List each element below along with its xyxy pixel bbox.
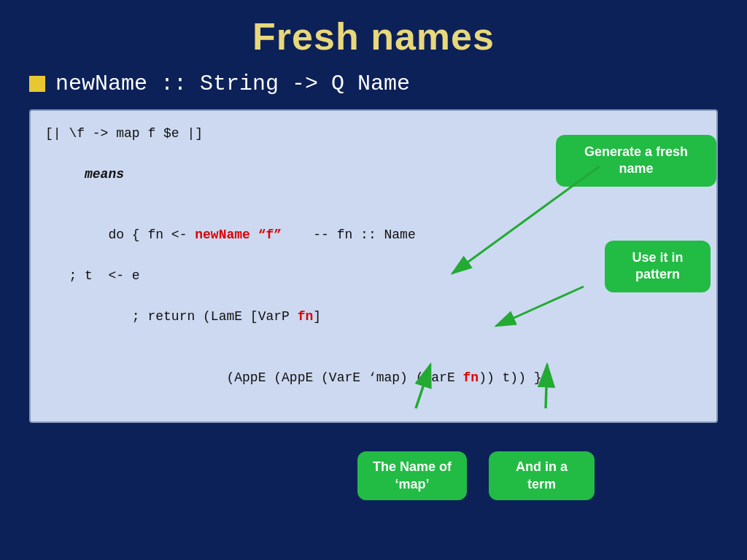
- code-line-5: do { fn <- newName “f” -- fn :: Name: [45, 206, 702, 267]
- code-line-8: (AppE (AppE (VarE ‘map) (VarE fn)) t)) }: [45, 348, 702, 409]
- bullet-icon: [29, 76, 45, 92]
- subtitle-text: newName :: String -> Q Name: [55, 71, 410, 96]
- code-line-6: ; t <- e: [45, 266, 702, 287]
- code-line-blank: [45, 185, 702, 206]
- callout-fresh-name: Generate a fresh name: [556, 135, 716, 187]
- code-line-7: ; return (LamE [VarP fn]: [45, 287, 702, 348]
- slide: Fresh names newName :: String -> Q Name …: [0, 0, 747, 560]
- callout-use-in-pattern: Use it in pattern: [605, 241, 711, 292]
- callout-and-in-a-term: And in a term: [489, 451, 595, 500]
- callout-the-name-of-map: The Name of ‘map’: [357, 451, 467, 500]
- subtitle-row: newName :: String -> Q Name: [29, 71, 718, 96]
- slide-title: Fresh names: [29, 15, 718, 58]
